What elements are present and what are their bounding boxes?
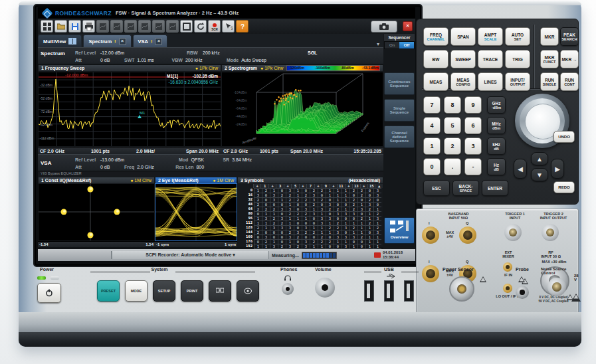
- keypad-7[interactable]: 7: [423, 96, 441, 114]
- mode-value[interactable]: Auto Sweep: [241, 58, 266, 62]
- keypad-1[interactable]: 1: [423, 137, 441, 155]
- sequencer-on[interactable]: On: [385, 42, 399, 48]
- scpi-recorder-status[interactable]: SCPI Recorder: Automatic Mode active ▾: [112, 251, 269, 259]
- keypad-9[interactable]: 9: [464, 96, 482, 114]
- undo-button[interactable]: UNDO: [553, 131, 575, 143]
- hardkey-mkr[interactable]: MKR: [540, 27, 559, 46]
- zoom-frame-icon[interactable]: [180, 20, 193, 33]
- display-config-icon-1[interactable]: [96, 20, 109, 33]
- context-help-icon[interactable]: ?: [222, 20, 235, 33]
- freq-sweep-plot[interactable]: -12.000 dBm M1[1] -102.35 dBm -16.630 s …: [38, 72, 221, 147]
- power-button[interactable]: [37, 283, 61, 303]
- sr-value[interactable]: 3.84 MHz: [232, 157, 252, 162]
- tab-dropdown-icon[interactable]: ▾: [377, 41, 383, 47]
- scpi-dropdown-icon[interactable]: ▾: [233, 252, 235, 257]
- hardkey-run-cont[interactable]: RUNCONT: [560, 72, 579, 91]
- tab-vsa[interactable]: VSA!×: [133, 35, 168, 47]
- vsa-ref-level-value[interactable]: -13.00 dBm: [100, 157, 140, 162]
- marker-m1-flag[interactable]: M1: [140, 111, 145, 115]
- mod-value[interactable]: QPSK: [191, 157, 215, 162]
- hardkey-lines[interactable]: LINES: [478, 72, 503, 91]
- hardkey-mkr[interactable]: MKR →: [560, 50, 579, 68]
- vsa-att-value[interactable]: 0 dB: [100, 165, 116, 169]
- trigger2-connector[interactable]: [542, 224, 559, 241]
- hardkey-meas[interactable]: MEAS: [423, 72, 448, 91]
- att-value[interactable]: 0 dB: [100, 58, 116, 62]
- keypad-2[interactable]: 2: [444, 137, 461, 155]
- display-config-icon-3[interactable]: [124, 20, 137, 33]
- hardkey-trace[interactable]: TRACE: [478, 50, 503, 68]
- spectrogram-header[interactable]: 2 Spectrogram ● 1Pk Clrw -120dBm-100dBm-…: [221, 64, 383, 72]
- arrow-key-down[interactable]: ▼: [531, 168, 548, 181]
- sequencer-close-button[interactable]: ×: [403, 21, 413, 31]
- keypad-3[interactable]: 3: [464, 137, 482, 155]
- help-icon[interactable]: ?: [236, 20, 248, 33]
- redo-button[interactable]: REDO: [553, 181, 575, 193]
- channel-label-vsa[interactable]: VSA: [41, 160, 72, 166]
- eye-plot[interactable]: [155, 183, 237, 241]
- hardkey-run-single[interactable]: RUNSINGLE: [540, 72, 559, 91]
- usb-port-1[interactable]: [364, 280, 374, 302]
- open-folder-icon[interactable]: [54, 20, 67, 33]
- spectrogram-plot[interactable]: -24dBm-44dBm-64dBm-84dBm-104dBm Amplitud…: [221, 72, 383, 147]
- save-icon[interactable]: [68, 20, 81, 33]
- overview-button[interactable]: Overview: [384, 217, 415, 244]
- key-esc[interactable]: ESC: [423, 180, 450, 196]
- softkey-continuous-sequence[interactable]: Continuous Sequence: [384, 72, 415, 95]
- hardkey-input-output[interactable]: INPUT/OUTPUT: [505, 72, 530, 91]
- vbw-value[interactable]: 200 kHz: [185, 58, 219, 62]
- constellation-plot[interactable]: [38, 183, 155, 241]
- usb-port-3[interactable]: [404, 280, 414, 302]
- tab-spectrum[interactable]: Spectrum!×: [83, 35, 131, 47]
- display-config-icon-4[interactable]: [138, 20, 151, 33]
- key-enter[interactable]: ENTER: [482, 180, 508, 196]
- arrow-key-left[interactable]: ◀: [514, 159, 527, 179]
- keypad-6[interactable]: 6: [464, 117, 482, 134]
- rbw-value[interactable]: 200 kHz: [203, 50, 236, 55]
- power-sensor-connector[interactable]: [449, 276, 474, 302]
- baseband-q-connector[interactable]: [459, 227, 476, 244]
- print-button[interactable]: PRINT: [181, 280, 203, 302]
- arrow-key-up[interactable]: ▲: [531, 152, 548, 165]
- tab-close-icon[interactable]: ×: [119, 38, 126, 45]
- ref-level-value[interactable]: -12.00 dBm: [100, 50, 140, 55]
- channel-label-spectrum[interactable]: Spectrum: [41, 50, 72, 56]
- screenshot-button[interactable]: [237, 280, 259, 302]
- key-back[interactable]: BACK-SPACE: [452, 180, 479, 196]
- vsa-freq-value[interactable]: 2.0 GHz: [137, 165, 167, 169]
- hardkey-auto-set[interactable]: AUTOSET: [505, 27, 530, 46]
- mode-button[interactable]: MODE: [125, 280, 148, 302]
- keypad-8[interactable]: 8: [444, 96, 461, 114]
- camera-button[interactable]: [371, 21, 397, 33]
- display-config-icon-5[interactable]: [152, 20, 165, 33]
- arrow-key-right[interactable]: ▶: [551, 159, 564, 179]
- hardkey-meas-config[interactable]: MEASCONFIG: [450, 72, 476, 91]
- usb-port-2[interactable]: [384, 280, 394, 302]
- display-config-icon-6[interactable]: [166, 20, 179, 33]
- hardkey-sweep[interactable]: SWEEP: [450, 50, 476, 68]
- res-len-value[interactable]: 800: [196, 165, 204, 169]
- tab-close-icon[interactable]: ×: [155, 38, 162, 45]
- keypad-0[interactable]: 0: [423, 158, 441, 175]
- hardkey-freq-channel[interactable]: FREQCHANNEL: [423, 27, 448, 46]
- keypad-minus[interactable]: -: [464, 158, 482, 175]
- if-in-connector[interactable]: [503, 262, 512, 272]
- keypad-4[interactable]: 4: [423, 117, 441, 134]
- symbols-table[interactable]: +1+3+5+7+9+11+13+15▲01210310221112203163…: [237, 183, 383, 247]
- sgram-cf-value[interactable]: CF 2.0 GHz: [223, 149, 248, 153]
- unit-key-hz[interactable]: HzdB: [487, 158, 506, 175]
- hardkey-peak-search[interactable]: PEAKSEARCH: [560, 27, 579, 46]
- hardkey-span[interactable]: SPAN: [450, 27, 476, 46]
- windows-icon[interactable]: [41, 20, 53, 33]
- phones-jack[interactable]: [282, 283, 294, 295]
- unit-key-khz[interactable]: kHzdB: [487, 137, 506, 155]
- softkey-channel-defined-sequence[interactable]: Channel defined Sequence: [384, 126, 415, 148]
- baseband-i-connector[interactable]: [422, 227, 439, 244]
- tab-multiview[interactable]: MultiView: [38, 35, 82, 47]
- sgram-span-value[interactable]: Span 20.0 MHz: [290, 149, 323, 153]
- preset-button[interactable]: PRESET: [97, 280, 120, 302]
- display-config-icon-2[interactable]: [110, 20, 123, 33]
- keypad-dot[interactable]: .: [444, 158, 461, 175]
- setup-button[interactable]: SETUP: [153, 280, 175, 302]
- swt-value[interactable]: 1.01 ms: [138, 58, 164, 62]
